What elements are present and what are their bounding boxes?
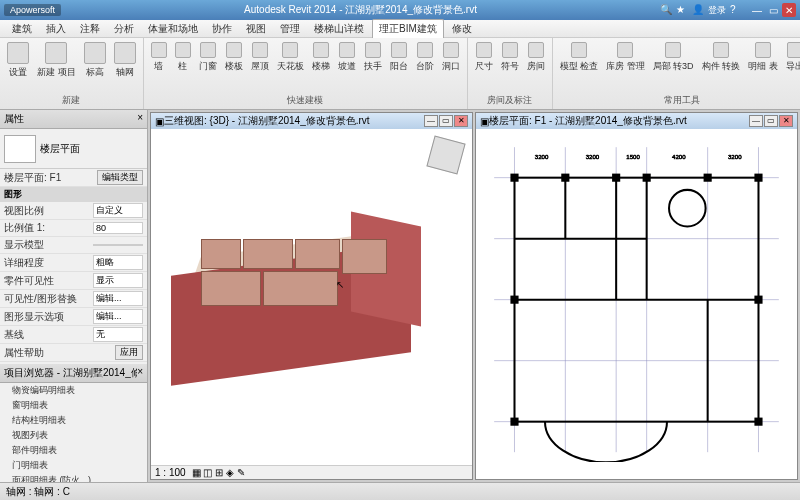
property-key: 显示模型: [4, 238, 93, 252]
tab-massing[interactable]: 体量和场地: [142, 20, 204, 38]
viewcube[interactable]: [426, 135, 465, 174]
apply-button[interactable]: 应用: [115, 345, 143, 360]
property-value[interactable]: 粗略: [93, 255, 143, 270]
property-value[interactable]: 自定义: [93, 203, 143, 218]
browser-item[interactable]: 门明细表: [0, 458, 147, 473]
model-check-button[interactable]: 模型 检查: [557, 40, 602, 93]
library-button[interactable]: 库房 管理: [603, 40, 648, 93]
settings-button[interactable]: 设置: [4, 40, 32, 93]
browser-item[interactable]: 窗明细表: [0, 398, 147, 413]
close-icon[interactable]: ×: [137, 366, 143, 380]
property-value[interactable]: 80: [93, 222, 143, 234]
model-3d: [171, 199, 431, 379]
browser-item[interactable]: 物资编码明细表: [0, 383, 147, 398]
property-value[interactable]: 编辑...: [93, 309, 143, 324]
stair-button[interactable]: 楼梯: [309, 40, 333, 93]
floor-button[interactable]: 楼板: [222, 40, 246, 93]
property-value[interactable]: 显示: [93, 273, 143, 288]
property-row: 图形显示选项编辑...: [0, 308, 147, 326]
symbol-button[interactable]: 符号: [498, 40, 522, 93]
ribbon-group-quickmodel: 墙 柱 门窗 楼板 屋顶 天花板 楼梯 坡道 扶手 阳台 台阶 洞口 快速建模: [144, 38, 468, 109]
search-icon[interactable]: 🔍: [660, 4, 672, 16]
maximize-button[interactable]: ▭: [439, 115, 453, 127]
statusbar: 轴网 : 轴网 : C: [0, 482, 800, 500]
minimize-button[interactable]: —: [424, 115, 438, 127]
ceiling-icon: [282, 42, 298, 58]
star-icon[interactable]: ★: [676, 4, 688, 16]
opening-icon: [443, 42, 459, 58]
login-label[interactable]: 登录: [708, 4, 726, 16]
property-value[interactable]: 无: [93, 327, 143, 342]
viewport-3d-status: 1 : 100 ▦ ◫ ⊞ ◈ ✎: [151, 465, 472, 479]
svg-rect-33: [754, 418, 762, 426]
user-icon[interactable]: 👤: [692, 4, 704, 16]
new-project-button[interactable]: 新建 项目: [34, 40, 79, 93]
close-button[interactable]: ✕: [779, 115, 793, 127]
close-button[interactable]: ✕: [454, 115, 468, 127]
tab-insert[interactable]: 插入: [40, 20, 72, 38]
svg-text:3200: 3200: [728, 153, 742, 160]
ramp-button[interactable]: 坡道: [335, 40, 359, 93]
schedule-button[interactable]: 明细 表: [745, 40, 781, 93]
instance-selector[interactable]: 楼层平面: F1: [4, 171, 97, 185]
ribbon-group-new: 设置 新建 项目 标高 轴网 新建: [0, 38, 144, 109]
tab-lizheng-bim[interactable]: 理正BIM建筑: [372, 19, 444, 38]
railing-button[interactable]: 扶手: [361, 40, 385, 93]
column-button[interactable]: 柱: [172, 40, 194, 93]
ceiling-button[interactable]: 天花板: [274, 40, 307, 93]
edit-type-button[interactable]: 编辑类型: [97, 170, 143, 185]
tab-annotate[interactable]: 注释: [74, 20, 106, 38]
canvas-3d[interactable]: ↖: [151, 129, 472, 465]
maximize-button[interactable]: ▭: [764, 115, 778, 127]
browser-item[interactable]: 面积明细表 (防火...): [0, 473, 147, 482]
local3d-button[interactable]: 局部 转3D: [650, 40, 697, 93]
tab-collaborate[interactable]: 协作: [206, 20, 238, 38]
tab-stair[interactable]: 楼梯山详模: [308, 20, 370, 38]
left-panel: 属性 × 楼层平面 楼层平面: F1 编辑类型 图形 视图比例自定义比例值 1:…: [0, 110, 148, 482]
property-value[interactable]: 编辑...: [93, 291, 143, 306]
browser-item[interactable]: 结构柱明细表: [0, 413, 147, 428]
minimize-button[interactable]: —: [749, 115, 763, 127]
export-icon: [787, 42, 800, 58]
floorplan-drawing: 3200 3200 1500 4200 3200: [484, 137, 789, 462]
stair-icon: [313, 42, 329, 58]
door-window-button[interactable]: 门窗: [196, 40, 220, 93]
balcony-button[interactable]: 阳台: [387, 40, 411, 93]
properties-help[interactable]: 属性帮助: [4, 346, 115, 360]
property-key: 图形显示选项: [4, 310, 93, 324]
browser-item[interactable]: 部件明细表: [0, 443, 147, 458]
svg-rect-26: [612, 174, 620, 182]
library-icon: [617, 42, 633, 58]
type-selector[interactable]: 楼层平面: [0, 129, 147, 169]
browser-item[interactable]: 视图列表: [0, 428, 147, 443]
close-button[interactable]: ✕: [782, 3, 796, 17]
titlebar: Apowersoft Autodesk Revit 2014 - 江湖别墅201…: [0, 0, 800, 20]
convert-button[interactable]: 构件 转换: [699, 40, 744, 93]
help-icon[interactable]: ?: [730, 4, 742, 16]
opening-button[interactable]: 洞口: [439, 40, 463, 93]
tab-architecture[interactable]: 建筑: [6, 20, 38, 38]
minimize-button[interactable]: —: [750, 3, 764, 17]
viewport-3d-titlebar: ▣ 三维视图: {3D} - 江湖别墅2014_修改背景色.rvt — ▭ ✕: [151, 113, 472, 129]
close-icon[interactable]: ×: [137, 112, 143, 126]
maximize-button[interactable]: ▭: [766, 3, 780, 17]
tab-view[interactable]: 视图: [240, 20, 272, 38]
ribbon-tabs: 建筑 插入 注释 分析 体量和场地 协作 视图 管理 楼梯山详模 理正BIM建筑…: [0, 20, 800, 38]
tab-manage[interactable]: 管理: [274, 20, 306, 38]
step-button[interactable]: 台阶: [413, 40, 437, 93]
view-controls[interactable]: ▦ ◫ ⊞ ◈ ✎: [192, 467, 245, 478]
tab-modify[interactable]: 修改: [446, 20, 478, 38]
tab-analyze[interactable]: 分析: [108, 20, 140, 38]
dimension-button[interactable]: 尺寸: [472, 40, 496, 93]
canvas-plan[interactable]: 3200 3200 1500 4200 3200: [476, 129, 797, 479]
room-button[interactable]: 房间: [524, 40, 548, 93]
main-area: 属性 × 楼层平面 楼层平面: F1 编辑类型 图形 视图比例自定义比例值 1:…: [0, 110, 800, 482]
svg-rect-25: [561, 174, 569, 182]
roof-button[interactable]: 屋顶: [248, 40, 272, 93]
grid-button[interactable]: 轴网: [111, 40, 139, 93]
export-button[interactable]: 导出: [783, 40, 800, 93]
wall-button[interactable]: 墙: [148, 40, 170, 93]
level-button[interactable]: 标高: [81, 40, 109, 93]
property-value[interactable]: [93, 244, 143, 246]
svg-rect-24: [510, 174, 518, 182]
